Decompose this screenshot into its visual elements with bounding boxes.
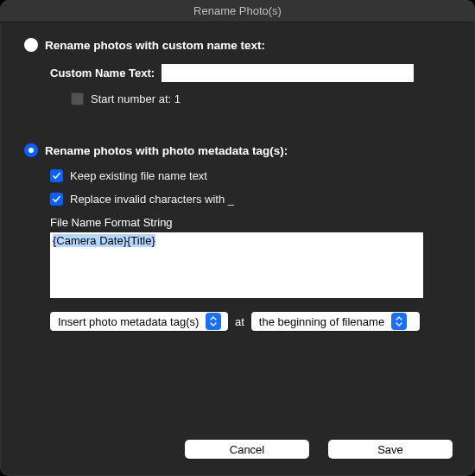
custom-name-field-label: Custom Name Text: xyxy=(50,67,155,79)
dialog-content: Rename photos with custom name text: Cus… xyxy=(0,22,475,331)
updown-stepper-icon xyxy=(391,313,407,330)
keep-existing-checkbox[interactable] xyxy=(50,169,63,182)
titlebar: Rename Photo(s) xyxy=(0,0,475,22)
position-select[interactable]: the beginning of filename xyxy=(251,312,420,331)
replace-invalid-checkbox[interactable] xyxy=(50,193,63,206)
rename-photos-dialog: Rename Photo(s) Rename photos with custo… xyxy=(0,0,475,476)
start-number-label: Start number at: 1 xyxy=(91,92,180,105)
updown-stepper-icon xyxy=(206,313,221,330)
save-button-label: Save xyxy=(377,443,403,456)
replace-invalid-label: Replace invalid characters with _ xyxy=(70,193,234,206)
cancel-button-label: Cancel xyxy=(230,443,264,456)
format-string-value: {Camera Date}{Title} xyxy=(53,234,155,247)
radio-metadata-label: Rename photos with photo metadata tag(s)… xyxy=(45,144,288,157)
radio-metadata[interactable] xyxy=(24,143,38,157)
insert-tag-row: Insert photo metadata tag(s) at the begi… xyxy=(50,312,451,331)
format-string-textarea[interactable]: {Camera Date}{Title} xyxy=(50,232,423,298)
at-label: at xyxy=(235,315,244,328)
window-title: Rename Photo(s) xyxy=(193,4,282,17)
keep-existing-row[interactable]: Keep existing file name text xyxy=(50,169,451,182)
replace-invalid-row[interactable]: Replace invalid characters with _ xyxy=(50,193,451,206)
cancel-button[interactable]: Cancel xyxy=(185,440,309,459)
format-string-block: File Name Format String {Camera Date}{Ti… xyxy=(50,216,451,298)
start-number-row[interactable]: Start number at: 1 xyxy=(71,92,451,105)
start-number-checkbox[interactable] xyxy=(71,92,84,105)
custom-name-input-row: Custom Name Text: xyxy=(50,64,451,82)
dialog-footer: Cancel Save xyxy=(185,440,453,459)
radio-custom-name-label: Rename photos with custom name text: xyxy=(45,39,265,52)
custom-name-input[interactable] xyxy=(162,64,414,82)
insert-tag-select-value: Insert photo metadata tag(s) xyxy=(58,315,199,328)
format-string-label: File Name Format String xyxy=(50,216,451,229)
option-metadata-row[interactable]: Rename photos with photo metadata tag(s)… xyxy=(24,143,451,157)
save-button[interactable]: Save xyxy=(328,440,453,459)
option-custom-name-row[interactable]: Rename photos with custom name text: xyxy=(24,38,451,52)
position-select-value: the beginning of filename xyxy=(259,315,384,328)
insert-tag-select[interactable]: Insert photo metadata tag(s) xyxy=(50,312,228,331)
metadata-section: Rename photos with photo metadata tag(s)… xyxy=(24,143,451,331)
keep-existing-label: Keep existing file name text xyxy=(70,169,207,182)
radio-custom-name[interactable] xyxy=(24,38,38,52)
